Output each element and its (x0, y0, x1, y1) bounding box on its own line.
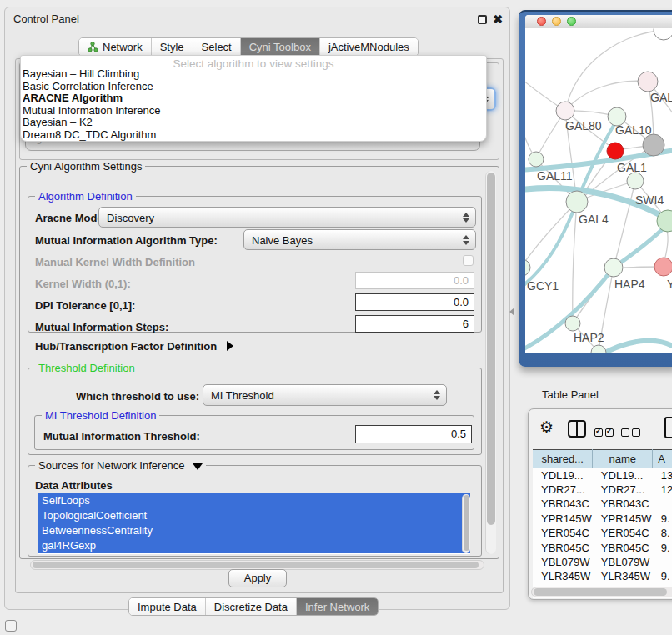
network-node[interactable] (643, 134, 664, 156)
table-row[interactable]: YER054CYER054C8. (533, 526, 672, 540)
panel-mini-icon[interactable] (5, 620, 17, 632)
table-horizontal-scrollbar-thumb[interactable] (534, 588, 667, 596)
tab-discretize-data[interactable]: Discretize Data (206, 598, 297, 615)
gear-icon[interactable]: ⚙ (539, 419, 554, 436)
float-window-icon[interactable] (478, 15, 487, 24)
column-layout-icon[interactable] (568, 420, 586, 438)
cell[interactable]: YBL079W (533, 555, 593, 569)
settings-scrollbar-thumb[interactable] (487, 172, 495, 525)
network-node-swi4[interactable] (627, 172, 644, 189)
aracne-mode-value: Discovery (107, 211, 154, 223)
combo-arrows-icon (463, 212, 470, 222)
table-row[interactable]: YDR27...YDR27...12 (533, 482, 672, 497)
dropdown-item[interactable]: Basic Correlation Inference (21, 81, 486, 93)
which-threshold-combobox[interactable]: MI Threshold (203, 384, 447, 406)
cell[interactable]: 9. (653, 512, 672, 526)
network-node-hap2[interactable] (565, 316, 580, 331)
table-row[interactable]: YBR043CYBR043C (533, 497, 672, 511)
column-header-partial[interactable]: A (653, 450, 672, 468)
cell[interactable]: 12 (653, 482, 672, 497)
close-icon[interactable]: ✖ (493, 12, 503, 27)
zoom-traffic-light-icon[interactable] (567, 17, 576, 26)
cell[interactable]: YPR145W (593, 512, 653, 526)
attribute-item[interactable]: gal4RGexp (38, 538, 470, 553)
cell[interactable]: YDL19... (533, 468, 593, 482)
cell[interactable]: YDL19... (593, 468, 653, 482)
dropdown-item[interactable]: Bayesian – K2 (21, 117, 486, 129)
column-header-name[interactable]: name (593, 450, 653, 468)
network-node-gal4[interactable] (566, 191, 588, 212)
tab-style[interactable]: Style (152, 38, 193, 56)
cell[interactable]: YBR045C (533, 540, 593, 554)
cell[interactable]: YDR27... (533, 482, 593, 497)
splitter-collapse-icon[interactable] (509, 308, 514, 316)
network-node-gal11[interactable] (529, 152, 544, 167)
list-horizontal-scrollbar-thumb[interactable] (33, 562, 479, 568)
hub-definition-label[interactable]: Hub/Transcription Factor Definition (35, 340, 233, 352)
cell[interactable]: 13 (653, 468, 672, 482)
cell[interactable] (653, 497, 672, 511)
cell[interactable]: 9. (653, 569, 672, 583)
table-horizontal-scrollbar[interactable] (531, 587, 672, 598)
network-node-gcy1[interactable] (525, 259, 530, 276)
network-node-hap4[interactable] (604, 258, 623, 277)
manual-kernel-checkbox[interactable] (463, 255, 474, 266)
close-traffic-light-icon[interactable] (537, 17, 546, 26)
deselect-all-checkboxes-icon[interactable] (621, 425, 640, 440)
aracne-mode-combobox[interactable]: Discovery (98, 207, 476, 228)
attribute-item[interactable]: BetweennessCentrality (38, 523, 470, 538)
cell[interactable]: 9. (653, 540, 672, 554)
network-node-gal1[interactable] (607, 142, 624, 159)
attribute-list-scrollbar[interactable] (462, 494, 470, 553)
tab-infer-network[interactable]: Infer Network (297, 598, 378, 615)
mi-threshold-field[interactable]: 0.5 (355, 425, 472, 443)
cell[interactable]: YDR27... (593, 482, 653, 497)
dropdown-item[interactable]: Mutual Information Inference (21, 105, 486, 118)
sources-collapse-icon[interactable] (193, 463, 203, 470)
cell[interactable]: YBL079W (593, 555, 653, 569)
table-row[interactable]: YPR145WYPR145W9. (533, 512, 672, 526)
cell[interactable]: YER054C (533, 526, 593, 540)
table-row[interactable]: YDL19...YDL19...13 (533, 468, 672, 482)
table-row[interactable]: YBL079WYBL079W (533, 555, 672, 569)
kernel-width-field[interactable]: 0.0 (355, 272, 474, 289)
cell[interactable]: YER054C (593, 526, 653, 540)
dropdown-item[interactable]: Bayesian – Hill Climbing (21, 68, 486, 81)
attribute-item[interactable]: TopologicalCoefficient (38, 508, 470, 523)
tab-impute-data[interactable]: Impute Data (129, 598, 206, 615)
dropdown-item[interactable]: Dream8 DC_TDC Algorithm (21, 129, 486, 142)
hub-disclosure-icon[interactable] (227, 341, 233, 351)
mi-steps-field[interactable]: 6 (355, 315, 474, 332)
network-node[interactable] (654, 258, 672, 276)
network-node[interactable] (654, 28, 672, 40)
select-all-checkboxes-icon[interactable] (594, 425, 614, 440)
cell[interactable]: YLR345W (533, 569, 593, 583)
network-node[interactable] (638, 72, 658, 92)
cell[interactable]: YBR043C (533, 497, 593, 511)
cell[interactable]: YPR145W (533, 512, 593, 526)
network-canvas[interactable]: GAL GAL80 GAL10 GAL1 GAL11 SWI4 GAL4 GCY… (525, 28, 672, 353)
column-header-shared-name[interactable]: shared... (533, 450, 593, 468)
minimize-traffic-light-icon[interactable] (552, 17, 561, 26)
cell[interactable]: YBR043C (593, 497, 653, 511)
settings-scrollbar[interactable] (485, 171, 496, 554)
tab-network[interactable]: Network (79, 38, 152, 56)
cell[interactable] (653, 555, 672, 569)
dropdown-item-aracne[interactable]: ARACNE Algorithm (21, 92, 486, 105)
cell[interactable]: YBR045C (593, 540, 653, 554)
network-node-gal80[interactable] (556, 102, 574, 120)
tab-jactivemnodules[interactable]: jActiveMNodules (320, 38, 418, 56)
mi-type-combobox[interactable]: Naive Bayes (243, 229, 476, 250)
attribute-list-scrollbar-thumb[interactable] (464, 495, 469, 551)
table-row[interactable]: YBR045CYBR045C9. (533, 540, 672, 554)
apply-button[interactable]: Apply (228, 569, 287, 588)
tab-cyni-toolbox[interactable]: Cyni Toolbox (241, 38, 320, 56)
network-window-titlebar[interactable] (525, 15, 672, 28)
table-row[interactable]: YLR345WYLR345W9. (533, 569, 672, 583)
attribute-item[interactable]: SelfLoops (38, 493, 470, 508)
tab-select[interactable]: Select (193, 38, 241, 56)
cell[interactable]: 8. (653, 526, 672, 540)
document-icon[interactable] (664, 417, 672, 438)
dpi-tolerance-field[interactable]: 0.0 (355, 293, 474, 311)
cell[interactable]: YLR345W (593, 569, 653, 583)
